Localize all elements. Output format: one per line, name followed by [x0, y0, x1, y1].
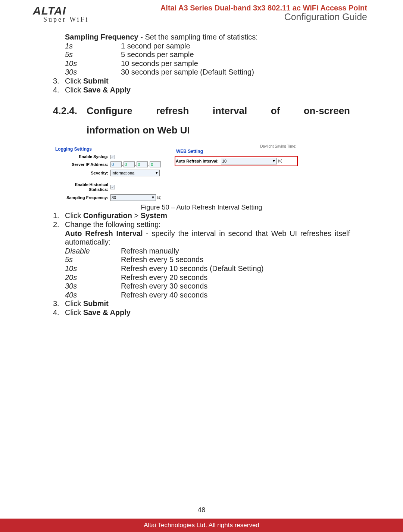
- table-row: 10s10 seconds per sample: [65, 59, 254, 68]
- doc-title-block: Altai A3 Series Dual-band 3x3 802.11 ac …: [160, 4, 367, 22]
- step-item: 2. Change the following setting: Auto Re…: [53, 220, 350, 247]
- step-item: 3.Click Submit: [53, 77, 350, 86]
- auto-refresh-interval-bold: Auto Refresh Interval: [65, 229, 143, 237]
- chevron-down-icon: ▼: [153, 171, 159, 175]
- chevron-down-icon: ▼: [271, 159, 276, 163]
- sampling-frequency-table: 1s1 second per sample 5s5 seconds per sa…: [65, 42, 254, 77]
- highlight-box: Auto Refresh Interval: 10▼ (s): [175, 156, 298, 166]
- table-row: 30s30 seconds per sample (Default Settin…: [65, 68, 254, 77]
- table-row: 30sRefresh every 30 seconds: [65, 282, 263, 291]
- sampling-frequency-field-label: Sampling Frequency:: [54, 195, 110, 200]
- table-row: 1s1 second per sample: [65, 42, 254, 51]
- enable-historical-stats-label: Enable Historical Statistics:: [54, 182, 110, 192]
- enable-syslog-checkbox[interactable]: ✓: [110, 155, 115, 159]
- footer-copyright: Altai Technologies Ltd. All rights reser…: [0, 519, 403, 532]
- sampling-frequency-desc: - Set the sampling time of statistics:: [138, 33, 258, 41]
- sampling-frequency-select[interactable]: 30▼: [110, 194, 156, 201]
- logo-main: ALTAI: [33, 4, 89, 17]
- table-row: 40sRefresh every 40 seconds: [65, 291, 263, 300]
- unit-seconds: (s): [156, 195, 162, 200]
- daylight-saving-label: Daylight Saving Time:: [173, 144, 300, 148]
- auto-refresh-interval-table: DisableRefresh manually 5sRefresh every …: [65, 247, 263, 300]
- figure-screenshot: Logging Settings Enable Syslog: ✓ Server…: [53, 144, 350, 211]
- ip-octet-2[interactable]: 0: [124, 161, 135, 167]
- step-item: 4.Click Save & Apply: [53, 308, 350, 317]
- enable-syslog-label: Enable Syslog:: [54, 154, 110, 159]
- server-ip-label: Server IP Address:: [54, 162, 110, 167]
- section-heading: 4.2.4. Configure refresh interval of on-…: [53, 101, 350, 140]
- table-row: 5sRefresh every 5 seconds: [65, 255, 263, 264]
- brand-logo: ALTAI Super WiFi: [33, 4, 89, 23]
- severity-select[interactable]: Informational▼: [110, 170, 160, 176]
- logging-settings-title: Logging Settings: [53, 144, 173, 153]
- table-row: 10sRefresh every 10 seconds (Default Set…: [65, 264, 263, 273]
- ip-octet-4[interactable]: 0: [150, 161, 161, 167]
- step-item: 4.Click Save & Apply: [53, 86, 350, 95]
- step-item: 1. Click Configuration > System: [53, 211, 350, 220]
- doc-title: Altai A3 Series Dual-band 3x3 802.11 ac …: [160, 4, 367, 12]
- web-setting-title: WEB Setting: [173, 148, 300, 155]
- enable-historical-stats-checkbox[interactable]: ✓: [110, 185, 115, 189]
- auto-refresh-interval-label: Auto Refresh Interval:: [175, 159, 221, 164]
- unit-seconds: (s): [277, 159, 282, 163]
- table-row: 20sRefresh every 20 seconds: [65, 273, 263, 282]
- doc-subtitle: Configuration Guide: [160, 12, 367, 22]
- page-number: 48: [0, 506, 403, 514]
- ip-octet-3[interactable]: 0: [137, 161, 148, 167]
- table-row: DisableRefresh manually: [65, 247, 263, 256]
- severity-label: Severity:: [54, 171, 110, 176]
- figure-caption: Figure 50 – Auto Refresh Interval Settin…: [53, 204, 350, 211]
- table-row: 5s5 seconds per sample: [65, 50, 254, 59]
- step-item: 3.Click Submit: [53, 299, 350, 308]
- chevron-down-icon: ▼: [150, 195, 155, 200]
- auto-refresh-interval-select[interactable]: 10▼: [221, 158, 277, 164]
- sampling-frequency-intro: Sampling Frequency - Set the sampling ti…: [65, 33, 350, 42]
- ip-octet-1[interactable]: 0: [110, 161, 122, 167]
- sampling-frequency-label: Sampling Frequency: [65, 33, 138, 41]
